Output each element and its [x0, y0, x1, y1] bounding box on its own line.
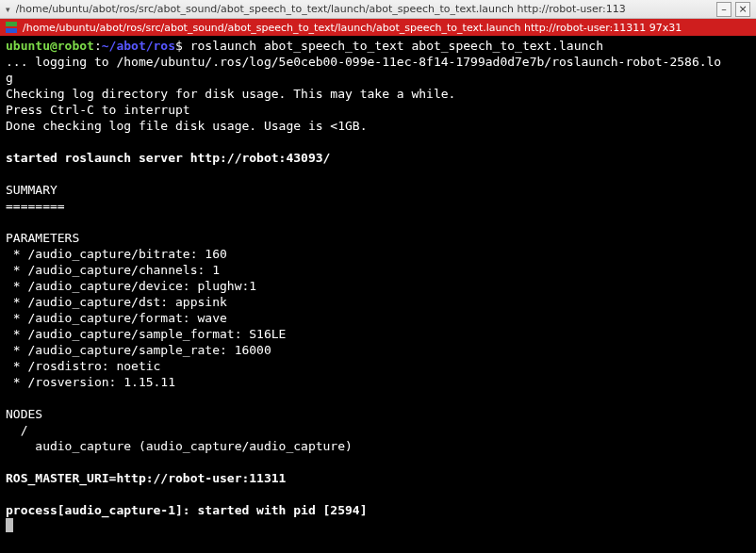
ros-master-uri: ROS_MASTER_URI=http://robot-user:11311 [6, 471, 286, 485]
prompt-sep: : [94, 39, 102, 53]
nodes-header: NODES [6, 407, 42, 421]
param-line: * /rosversion: 1.15.11 [6, 375, 175, 389]
param-line: * /audio_capture/format: wave [6, 311, 227, 325]
summary-header: SUMMARY [6, 183, 58, 197]
param-line: * /audio_capture/dst: appsink [6, 295, 227, 309]
output-line: g [6, 71, 13, 85]
param-line: * /rosdistro: noetic [6, 359, 160, 373]
summary-rule: ======== [6, 199, 65, 213]
prompt-symbol: $ [175, 39, 183, 53]
param-line: * /audio_capture/bitrate: 160 [6, 247, 227, 261]
param-line: * /audio_capture/sample_rate: 16000 [6, 343, 271, 357]
output-line: started roslaunch server http://robot:43… [6, 151, 330, 165]
nodes-entry: audio_capture (audio_capture/audio_captu… [6, 439, 353, 453]
param-line: * /audio_capture/device: plughw:1 [6, 279, 256, 293]
window-title: /home/ubuntu/abot/ros/src/abot_sound/abo… [16, 3, 713, 15]
nodes-slash: / [6, 423, 27, 437]
output-line: Press Ctrl-C to interrupt [6, 103, 190, 117]
tab-titlebar[interactable]: /home/ubuntu/abot/ros/src/abot_sound/abo… [0, 19, 756, 36]
terminal-tab-icon [6, 22, 17, 33]
output-line: ... logging to /home/ubuntu/.ros/log/5e0… [6, 55, 721, 69]
process-line: process[audio_capture-1]: started with p… [6, 503, 368, 517]
param-line: * /audio_capture/sample_format: S16LE [6, 327, 286, 341]
prompt-cwd: ~/abot/ros [102, 39, 175, 53]
terminal[interactable]: ubuntu@robot:~/abot/ros$ roslaunch abot_… [0, 36, 756, 553]
window-titlebar[interactable]: ▾ /home/ubuntu/abot/ros/src/abot_sound/a… [0, 0, 756, 19]
command-text: roslaunch abot_speech_to_text abot_speec… [190, 39, 603, 53]
output-line: Done checking log file disk usage. Usage… [6, 119, 368, 133]
window-menu-icon[interactable]: ▾ [6, 5, 10, 14]
output-line: Checking log directory for disk usage. T… [6, 87, 455, 101]
prompt-user: ubuntu@robot [6, 39, 94, 53]
close-button[interactable]: × [735, 2, 750, 17]
minimize-button[interactable]: – [716, 2, 731, 17]
param-line: * /audio_capture/channels: 1 [6, 263, 220, 277]
tab-title: /home/ubuntu/abot/ros/src/abot_sound/abo… [23, 22, 750, 34]
parameters-header: PARAMETERS [6, 231, 79, 245]
cursor-icon [6, 518, 13, 532]
